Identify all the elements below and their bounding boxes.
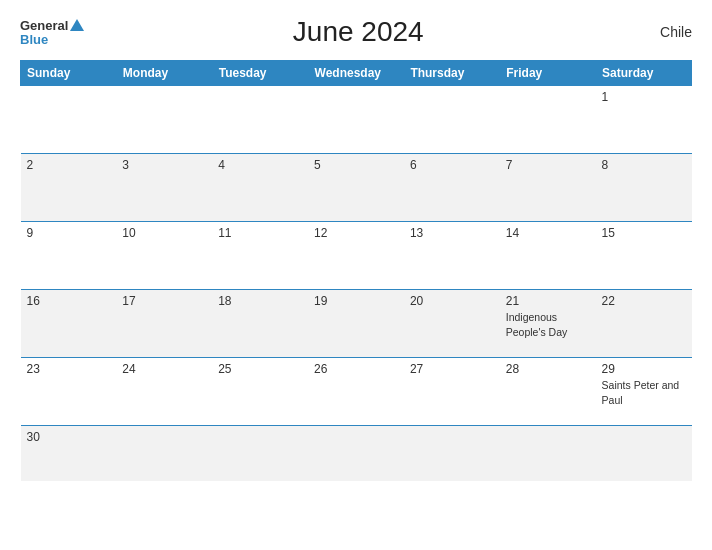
day-number: 16 <box>27 294 111 308</box>
calendar-cell: 10 <box>116 222 212 290</box>
calendar-cell: 30 <box>21 426 117 481</box>
calendar-cell: 29Saints Peter and Paul <box>596 358 692 426</box>
header-monday: Monday <box>116 61 212 86</box>
calendar-cell: 22 <box>596 290 692 358</box>
calendar-cell: 2 <box>21 154 117 222</box>
calendar-title: June 2024 <box>84 16 632 48</box>
day-number: 19 <box>314 294 398 308</box>
calendar-cell: 1 <box>596 86 692 154</box>
calendar-cell: 27 <box>404 358 500 426</box>
day-number: 14 <box>506 226 590 240</box>
event-label: Saints Peter and Paul <box>602 379 680 406</box>
calendar-cell <box>212 86 308 154</box>
day-number: 22 <box>602 294 686 308</box>
day-number: 6 <box>410 158 494 172</box>
day-number: 1 <box>602 90 686 104</box>
calendar-cell: 15 <box>596 222 692 290</box>
day-number: 23 <box>27 362 111 376</box>
header-saturday: Saturday <box>596 61 692 86</box>
calendar-cell: 11 <box>212 222 308 290</box>
day-number: 5 <box>314 158 398 172</box>
week-row-6: 30 <box>21 426 692 481</box>
page-header: General Blue June 2024 Chile <box>20 16 692 48</box>
week-row-4: 161718192021Indigenous People's Day22 <box>21 290 692 358</box>
day-number: 8 <box>602 158 686 172</box>
calendar-cell: 4 <box>212 154 308 222</box>
week-row-5: 23242526272829Saints Peter and Paul <box>21 358 692 426</box>
calendar-cell <box>500 86 596 154</box>
weekday-header-row: Sunday Monday Tuesday Wednesday Thursday… <box>21 61 692 86</box>
day-number: 2 <box>27 158 111 172</box>
calendar-cell: 3 <box>116 154 212 222</box>
calendar-cell: 17 <box>116 290 212 358</box>
header-sunday: Sunday <box>21 61 117 86</box>
calendar-cell <box>212 426 308 481</box>
calendar-cell: 9 <box>21 222 117 290</box>
calendar-cell <box>596 426 692 481</box>
calendar-cell: 14 <box>500 222 596 290</box>
day-number: 25 <box>218 362 302 376</box>
header-thursday: Thursday <box>404 61 500 86</box>
event-label: Indigenous People's Day <box>506 311 568 338</box>
day-number: 27 <box>410 362 494 376</box>
calendar-cell <box>500 426 596 481</box>
calendar-cell: 28 <box>500 358 596 426</box>
day-number: 13 <box>410 226 494 240</box>
calendar-cell: 18 <box>212 290 308 358</box>
calendar-cell: 12 <box>308 222 404 290</box>
calendar-cell: 19 <box>308 290 404 358</box>
day-number: 3 <box>122 158 206 172</box>
calendar-cell <box>116 426 212 481</box>
calendar-cell <box>308 426 404 481</box>
day-number: 28 <box>506 362 590 376</box>
logo-triangle-icon <box>70 19 84 31</box>
header-tuesday: Tuesday <box>212 61 308 86</box>
day-number: 26 <box>314 362 398 376</box>
calendar-cell: 20 <box>404 290 500 358</box>
calendar-cell: 24 <box>116 358 212 426</box>
week-row-2: 2345678 <box>21 154 692 222</box>
calendar-cell <box>116 86 212 154</box>
calendar-cell <box>404 86 500 154</box>
day-number: 7 <box>506 158 590 172</box>
week-row-3: 9101112131415 <box>21 222 692 290</box>
calendar-cell <box>21 86 117 154</box>
day-number: 4 <box>218 158 302 172</box>
header-friday: Friday <box>500 61 596 86</box>
day-number: 20 <box>410 294 494 308</box>
calendar-cell: 23 <box>21 358 117 426</box>
day-number: 24 <box>122 362 206 376</box>
logo-general-text: General <box>20 19 68 32</box>
header-wednesday: Wednesday <box>308 61 404 86</box>
calendar-cell: 26 <box>308 358 404 426</box>
day-number: 18 <box>218 294 302 308</box>
calendar-cell: 5 <box>308 154 404 222</box>
calendar-cell: 16 <box>21 290 117 358</box>
calendar-cell: 25 <box>212 358 308 426</box>
day-number: 12 <box>314 226 398 240</box>
day-number: 10 <box>122 226 206 240</box>
calendar-cell <box>404 426 500 481</box>
week-row-1: 1 <box>21 86 692 154</box>
country-label: Chile <box>632 24 692 40</box>
calendar-cell: 7 <box>500 154 596 222</box>
calendar-table: Sunday Monday Tuesday Wednesday Thursday… <box>20 60 692 481</box>
day-number: 30 <box>27 430 111 444</box>
calendar-cell: 6 <box>404 154 500 222</box>
day-number: 15 <box>602 226 686 240</box>
calendar-cell: 8 <box>596 154 692 222</box>
calendar-cell: 13 <box>404 222 500 290</box>
day-number: 29 <box>602 362 686 376</box>
logo-blue-text: Blue <box>20 33 48 46</box>
calendar-cell: 21Indigenous People's Day <box>500 290 596 358</box>
day-number: 17 <box>122 294 206 308</box>
day-number: 11 <box>218 226 302 240</box>
day-number: 21 <box>506 294 590 308</box>
day-number: 9 <box>27 226 111 240</box>
calendar-cell <box>308 86 404 154</box>
logo: General Blue <box>20 19 84 46</box>
